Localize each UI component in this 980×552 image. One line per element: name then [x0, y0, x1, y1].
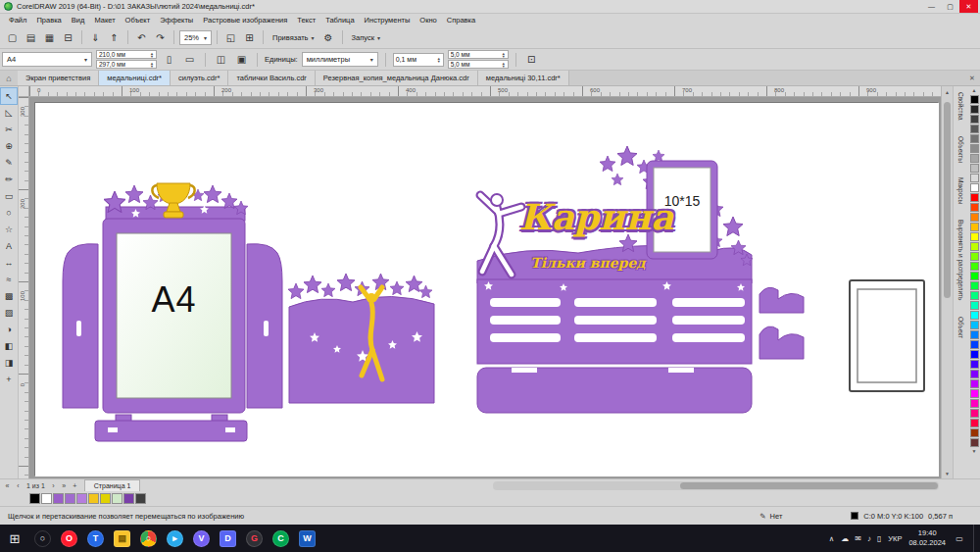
dimension-tool[interactable]: ↔ — [1, 255, 17, 271]
artistic-media-tool[interactable]: ✏ — [1, 172, 17, 187]
palette-color-swatch[interactable] — [970, 399, 979, 408]
docker-tab-properties[interactable]: Свойства — [957, 92, 964, 121]
menu-effects[interactable]: Эффекты — [155, 16, 198, 25]
taskbar-coreldraw-icon[interactable]: C — [272, 530, 289, 547]
redo-button[interactable]: ↷ — [152, 29, 169, 46]
frame-size-label[interactable]: 10*15 — [647, 193, 717, 209]
document-color-swatch[interactable] — [112, 493, 122, 504]
taskbar-word-icon[interactable]: W — [299, 530, 316, 547]
close-document-icon[interactable]: ✕ — [964, 71, 980, 85]
start-button[interactable]: ⊞ — [0, 525, 29, 552]
palette-color-swatch[interactable] — [970, 291, 979, 300]
scroll-up-icon[interactable]: ▲ — [942, 86, 953, 97]
taskbar-viber-icon[interactable]: V — [193, 530, 210, 547]
karina-medal-holder[interactable] — [477, 146, 804, 413]
document-color-swatch[interactable] — [29, 493, 40, 504]
menu-bitmaps[interactable]: Растровые изображения — [198, 16, 292, 25]
menu-object[interactable]: Объект — [121, 16, 156, 25]
ellipse-tool[interactable]: ○ — [1, 205, 17, 221]
motto-text[interactable]: Тільки вперед — [524, 255, 652, 271]
docker-tab-macros[interactable]: Макросы — [957, 177, 964, 204]
taskbar-opera-icon[interactable]: O — [61, 530, 77, 547]
menu-view[interactable]: Вид — [67, 16, 90, 25]
palette-color-swatch[interactable] — [970, 144, 979, 153]
menu-text[interactable]: Текст — [292, 16, 320, 25]
palette-color-swatch[interactable] — [970, 183, 979, 192]
open-button[interactable]: ▤ — [23, 29, 39, 46]
palette-color-swatch[interactable] — [970, 262, 979, 271]
shape-tool[interactable]: ◺ — [1, 105, 17, 121]
palette-color-swatch[interactable] — [970, 115, 979, 124]
page-height-field[interactable]: 297,0 мм ▲▼ — [96, 60, 157, 69]
palette-color-swatch[interactable] — [970, 203, 979, 212]
page-width-field[interactable]: 210,0 мм ▲▼ — [96, 50, 157, 59]
palette-color-swatch[interactable] — [970, 193, 979, 202]
vertical-scrollbar[interactable]: ▲ ▼ — [941, 86, 953, 478]
palette-color-swatch[interactable] — [970, 232, 979, 241]
photo-stand-right[interactable] — [850, 280, 924, 391]
page-tab[interactable]: Страница 1 — [84, 479, 141, 491]
vertical-scroll-thumb[interactable] — [944, 102, 951, 298]
palette-color-swatch[interactable] — [970, 223, 979, 231]
palette-color-swatch[interactable] — [970, 281, 979, 290]
document-color-swatch[interactable] — [53, 493, 64, 504]
palette-color-swatch[interactable] — [970, 330, 979, 339]
stepper-icon[interactable]: ▲▼ — [150, 62, 154, 68]
show-rulers-button[interactable]: ⊞ — [241, 29, 258, 46]
palette-color-swatch[interactable] — [970, 301, 979, 310]
save-button[interactable]: ▦ — [41, 29, 58, 46]
first-page-button[interactable]: « — [2, 482, 13, 489]
taskbar-telegram-icon[interactable]: ▸ — [167, 530, 183, 547]
transparency-tool[interactable]: ▨ — [1, 305, 17, 321]
docker-tab-objects[interactable]: Объекты — [957, 136, 964, 163]
palette-color-swatch[interactable] — [970, 154, 979, 163]
all-pages-button[interactable]: ◫ — [213, 51, 229, 68]
palette-color-swatch[interactable] — [970, 438, 979, 447]
next-page-button[interactable]: › — [48, 482, 59, 489]
palette-color-swatch[interactable] — [970, 350, 979, 359]
palette-color-swatch[interactable] — [970, 379, 979, 388]
show-desktop-button[interactable] — [973, 525, 976, 552]
prev-page-button[interactable]: ‹ — [13, 482, 24, 489]
palette-color-swatch[interactable] — [970, 340, 979, 349]
last-page-button[interactable]: » — [59, 482, 70, 489]
maximize-button[interactable]: ▢ — [941, 0, 959, 13]
document-color-swatch[interactable] — [123, 493, 134, 504]
palette-color-swatch[interactable] — [970, 409, 979, 418]
palette-color-swatch[interactable] — [970, 105, 979, 114]
doc-tab-silueti[interactable]: силуэть.cdr* — [171, 71, 228, 85]
document-color-swatch[interactable] — [135, 493, 146, 504]
karina-text[interactable]: Карина — [519, 196, 662, 237]
palette-color-swatch[interactable] — [970, 321, 979, 329]
menu-layout[interactable]: Макет — [89, 16, 120, 25]
tray-chevron-icon[interactable]: ∧ — [829, 534, 835, 543]
connector-tool[interactable]: ≈ — [1, 272, 17, 287]
tray-icon-0[interactable]: ☁ — [841, 534, 849, 543]
palette-color-swatch[interactable] — [970, 174, 979, 182]
tray-icon-2[interactable]: ♪ — [867, 534, 871, 543]
add-page-button[interactable]: + — [70, 482, 80, 489]
taskbar-chrome-icon[interactable]: ○ — [140, 530, 157, 547]
fullscreen-preview-button[interactable]: ◱ — [222, 29, 239, 46]
canvas[interactable]: A4 Карина Тільки вперед 10*15 — [29, 97, 941, 478]
duplicate-x-field[interactable]: 5,0 мм ▲▼ — [448, 50, 509, 59]
taskbar-search-icon[interactable]: ○ — [34, 530, 51, 547]
palette-color-swatch[interactable] — [970, 360, 979, 369]
document-color-swatch[interactable] — [88, 493, 99, 504]
duplicate-y-field[interactable]: 5,0 мм ▲▼ — [448, 60, 509, 69]
undo-button[interactable]: ↶ — [133, 29, 150, 46]
tray-icon-1[interactable]: ✉ — [855, 534, 861, 543]
taskbar-teamviewer-icon[interactable]: T — [87, 530, 104, 547]
document-color-swatch[interactable] — [100, 493, 111, 504]
palette-color-swatch[interactable] — [970, 389, 979, 398]
rectangle-tool[interactable]: ▭ — [1, 188, 17, 204]
stepper-icon[interactable]: ▲▼ — [150, 52, 154, 58]
stepper-icon[interactable]: ▲▼ — [502, 62, 506, 68]
horizontal-scroll-thumb[interactable] — [680, 482, 938, 489]
import-button[interactable]: ⇓ — [87, 29, 104, 46]
a4-label[interactable]: A4 — [117, 279, 231, 321]
zoom-tool[interactable]: ⊕ — [1, 138, 17, 154]
page-size-select[interactable]: A4 ▾ — [2, 52, 92, 67]
menu-tools[interactable]: Инструменты — [360, 16, 416, 25]
docker-tab-align[interactable]: Выровнять и распределить — [957, 220, 964, 300]
